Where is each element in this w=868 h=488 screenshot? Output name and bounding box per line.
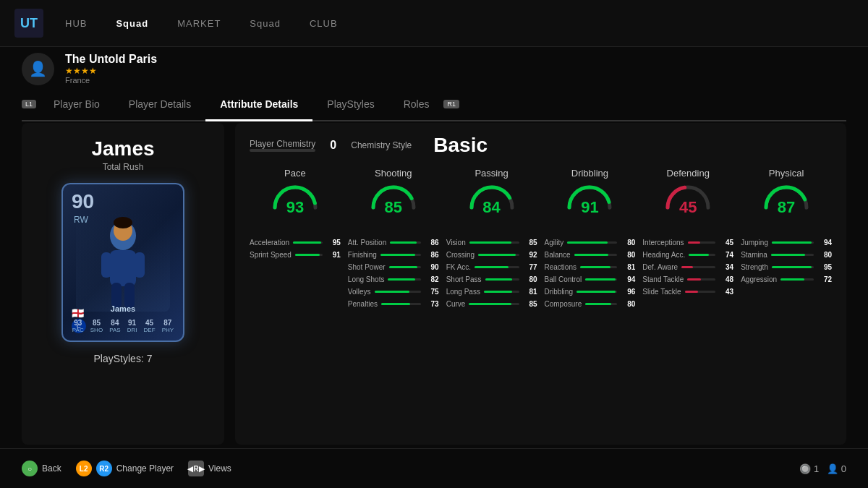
back-icon: ○ (22, 461, 38, 476)
r2-icon: R2 (96, 461, 112, 476)
stat-bar (689, 254, 708, 256)
stat-value: 85 (523, 239, 537, 247)
stat-value: 77 (523, 263, 537, 271)
playstyles-label: PlayStyles: 7 (94, 353, 153, 364)
stat-rows-2: Vision85Crossing92FK Acc.77Short Pass80L… (446, 239, 537, 312)
stat-bar-wrap (771, 254, 814, 256)
stat-bar-wrap (381, 303, 421, 305)
stat-value: 74 (719, 251, 733, 259)
stat-name: Composure (545, 300, 582, 308)
change-player-button[interactable]: L2 R2 Change Player (76, 461, 174, 476)
stat-name: Long Shots (348, 275, 385, 283)
stat-bar-wrap (475, 266, 519, 268)
logo: UT (14, 9, 43, 38)
gauge-num-4: 45 (679, 198, 697, 217)
stat-bar-wrap (576, 291, 617, 293)
svg-rect-3 (135, 252, 145, 278)
stat-bar (389, 266, 418, 268)
stat-bar-wrap (567, 241, 617, 244)
tab-playstyles[interactable]: PlayStyles (312, 94, 388, 114)
tab-player-details[interactable]: Player Details (114, 94, 205, 114)
stat-row: Jumping94 (741, 239, 832, 247)
stat-row: Curve85 (446, 300, 537, 308)
stat-col-dribbling: Dribbling91Agility80Balance80Reactions81… (545, 168, 636, 312)
tab-player-bio[interactable]: Player Bio (39, 94, 114, 114)
stat-row: Balance80 (545, 251, 636, 259)
stat-col-physical: Physical87Jumping94Stamina80Strength95Ag… (741, 168, 832, 312)
stat-name: Slide Tackle (642, 288, 681, 296)
stat-value: 73 (425, 300, 439, 308)
stat-row: Sprint Speed91 (250, 251, 341, 259)
nav-squad2[interactable]: Squad (250, 18, 281, 29)
bio-stars: ★★★★ (65, 66, 157, 76)
stat-bar (380, 254, 415, 256)
stat-col-defending: Defending45Interceptions45Heading Acc.74… (642, 168, 733, 312)
chemistry-row: Player Chemistry 0 Chemistry Style Basic (250, 134, 832, 157)
stat-value: 80 (621, 239, 635, 247)
stat-name: FK Acc. (446, 263, 471, 271)
nav-hub[interactable]: HUB (65, 18, 87, 29)
stat-name: Crossing (446, 251, 475, 259)
tab-attribute-details[interactable]: Attribute Details (205, 94, 312, 114)
stat-bar (469, 241, 511, 244)
stat-row: Reactions81 (545, 263, 636, 271)
stat-bar-wrap (295, 254, 323, 256)
nav-market[interactable]: MARKET (177, 18, 221, 29)
stat-bar-wrap (685, 291, 716, 293)
stat-row: Dribbling96 (545, 288, 636, 296)
stat-value: 94 (817, 239, 832, 247)
top-bar: UT HUB Squad MARKET Squad CLUB (0, 0, 868, 47)
views-button[interactable]: ◀R▶ Views (188, 461, 231, 476)
stat-value: 80 (621, 300, 635, 308)
tab-nav: L1 Player Bio Player Details Attribute D… (22, 94, 846, 121)
stat-row: FK Acc.77 (446, 263, 537, 271)
stat-bar (484, 291, 512, 293)
bottom-bar: ○ Back L2 R2 Change Player ◀R▶ Views 🔘 1… (0, 448, 868, 488)
back-button[interactable]: ○ Back (22, 461, 61, 476)
player-silhouette-svg (80, 210, 166, 312)
gauge-num-5: 87 (778, 198, 795, 217)
stat-value: 45 (719, 239, 733, 247)
nav-club[interactable]: CLUB (310, 18, 338, 29)
stat-value: 82 (425, 275, 439, 283)
stat-title-3: Dribbling (571, 168, 608, 179)
stat-bar-wrap (585, 303, 617, 305)
change-player-label: Change Player (116, 463, 174, 474)
stat-bar (780, 278, 804, 281)
bio-avatar: 👤 (22, 53, 54, 85)
stat-bar (485, 278, 513, 281)
stat-value: 75 (425, 288, 439, 296)
stat-value: 95 (817, 263, 832, 271)
main-content: James Total Rush 90 RW (22, 123, 846, 445)
stat-name: Acceleration (250, 239, 289, 247)
gauge-3: 91 (564, 182, 615, 233)
nav-squad[interactable]: Squad (116, 18, 148, 29)
stat-row: Stand Tackle48 (642, 275, 733, 283)
tab-roles[interactable]: Roles (389, 94, 444, 114)
player-panel: James Total Rush 90 RW (22, 123, 224, 445)
stat-value: 48 (719, 275, 733, 283)
stat-name: Def. Aware (642, 263, 678, 271)
stat-bar-wrap (293, 241, 323, 244)
stat-bar-wrap (380, 254, 421, 256)
chem-style-value: Basic (433, 134, 488, 157)
stat-bar (390, 241, 417, 244)
player-card: 90 RW James 🏴󠁧󠁢 (61, 183, 184, 342)
stat-bar (687, 278, 701, 281)
stat-value: 90 (425, 263, 439, 271)
player-image (76, 210, 170, 312)
stat-bar-wrap (389, 266, 421, 268)
stat-bar (388, 278, 414, 281)
stat-row: Att. Position86 (348, 239, 439, 247)
gauge-num-3: 91 (581, 198, 598, 217)
card-flag: 🏴󠁧󠁢󠁥󠁮󠁧󠁿 (72, 307, 84, 319)
stat-bar-wrap (772, 241, 814, 244)
chem-label: Player Chemistry (250, 139, 315, 149)
stat-name: Att. Position (348, 239, 386, 247)
stat-value: 96 (621, 288, 635, 296)
stat-col-passing: Passing84Vision85Crossing92FK Acc.77Shor… (446, 168, 537, 312)
stat-name: Dribbling (545, 288, 573, 296)
svg-rect-2 (101, 252, 111, 278)
stat-name: Jumping (741, 239, 768, 247)
stat-name: Interceptions (642, 239, 684, 247)
